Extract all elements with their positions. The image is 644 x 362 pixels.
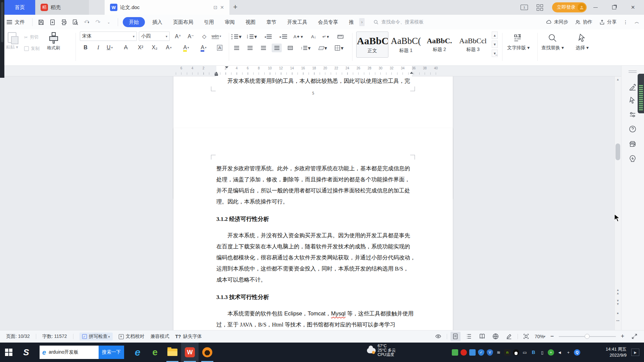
more-menu-icon[interactable]: ⋮ (623, 19, 628, 25)
shield-check-icon[interactable]: ✓ (478, 349, 484, 356)
superscript-button[interactable]: X² (136, 43, 146, 52)
zoom-level[interactable]: 70%▾ (535, 334, 545, 339)
menu-item[interactable]: 引用 (199, 17, 219, 27)
tabs-ruler-icon[interactable] (335, 32, 345, 41)
select-button[interactable]: 选择 ▾ (576, 33, 589, 51)
strikethrough-button[interactable]: A (121, 43, 131, 52)
zoom-in-button[interactable]: + (619, 333, 626, 340)
shield-icon[interactable]: V (487, 349, 493, 356)
save-icon[interactable] (35, 17, 47, 27)
style-card[interactable]: AaBbC( 标题 1 (390, 32, 422, 58)
align-right-icon[interactable] (258, 44, 268, 52)
right-indent-marker[interactable] (410, 72, 413, 74)
window-layout-icon[interactable]: 1 (521, 0, 528, 15)
style-card[interactable]: AaBbC. 标题 2 (423, 32, 455, 58)
underline-button[interactable]: U▾ (105, 43, 115, 52)
menu-item[interactable]: 开发工具 (282, 17, 313, 27)
taskbar-search-box[interactable]: e arduino开发板 搜索一下 (40, 346, 124, 359)
taskbar-clock[interactable]: 14:41 周五 2022/9/9 (606, 343, 627, 362)
find-replace-button[interactable]: 查找替换 ▾ (541, 33, 564, 51)
word-count[interactable]: 字数: 11572 (42, 334, 67, 340)
sort-button[interactable]: A↓ (309, 32, 319, 41)
zoom-out-button[interactable]: − (549, 333, 555, 340)
ie-taskbar-icon[interactable]: e (129, 343, 146, 362)
bluetooth-icon[interactable]: B (530, 349, 537, 356)
tab-monitor-icon[interactable]: ⊡ (214, 5, 218, 10)
nvidia-icon[interactable]: n (504, 349, 511, 356)
print-preview-icon[interactable] (69, 17, 81, 27)
copy-button[interactable]: 复制 (24, 46, 40, 52)
usb-device-icon[interactable] (469, 349, 476, 356)
compat-mode-label[interactable]: 兼容模式 (151, 334, 169, 340)
scroll-more-icon[interactable]: ••• (614, 319, 621, 322)
missing-font-button[interactable]: T?缺失字体 (175, 334, 202, 340)
style-gallery-down-icon[interactable]: ▼ (492, 41, 498, 48)
apps-grid-icon[interactable] (537, 0, 543, 15)
q-app-icon[interactable]: Q (574, 349, 580, 356)
tab-close-icon[interactable]: ✕ (220, 5, 224, 10)
undo-button[interactable]: ↶▾ (81, 17, 92, 27)
battery-icon[interactable] (452, 349, 458, 356)
text-layout-button[interactable]: 文字排版 ▾ (507, 33, 530, 51)
help-icon[interactable] (627, 123, 638, 135)
undo-dropdown-icon[interactable]: ▾ (88, 20, 89, 24)
style-gallery-up-icon[interactable]: ▲ (492, 32, 498, 39)
print-icon[interactable] (58, 17, 69, 27)
cat-tray-icon[interactable] (461, 349, 467, 356)
security-plus-icon[interactable]: + (548, 349, 554, 356)
qq-icon[interactable] (513, 349, 519, 356)
s-app-icon[interactable]: S (17, 343, 35, 362)
asian-layout-button[interactable]: A✦▾ (293, 32, 303, 41)
usb-drive-icon[interactable]: ▯ (539, 349, 545, 356)
restore-button[interactable] (606, 0, 622, 15)
document-area[interactable]: 开发本系统需要用到的工具，本人都比较熟悉，因此可以使用这些工具，完 5 整开发乡… (0, 76, 621, 330)
ink-tool-icon[interactable] (504, 332, 514, 341)
hanging-indent-marker[interactable] (215, 72, 218, 74)
borders-button[interactable]: ▾ (334, 44, 344, 52)
style-card[interactable]: AaBbCcl 标题 3 (457, 32, 489, 58)
collapse-ribbon-icon[interactable]: ︿ (635, 19, 639, 25)
distribute-icon[interactable] (285, 44, 295, 52)
menu-item[interactable]: 审阅 (219, 17, 240, 27)
shading-button[interactable]: ▾ (318, 44, 328, 52)
align-center-icon[interactable] (245, 44, 255, 52)
zoom-slider[interactable] (559, 336, 616, 337)
next-page-icon[interactable]: ▼▼ (614, 299, 621, 306)
font-name-select[interactable]: 宋体▾ (80, 32, 137, 41)
decrease-indent-icon[interactable]: ◂ (263, 32, 273, 41)
browser-360-icon[interactable]: e (146, 343, 164, 362)
new-tab-button[interactable]: + (233, 3, 237, 11)
web-view-icon[interactable] (491, 332, 501, 341)
font-color-button[interactable]: A▾ (199, 43, 209, 52)
quick-brush-icon[interactable] (627, 81, 638, 93)
wps-taskbar-icon[interactable]: W (181, 343, 199, 362)
highlight-color-button[interactable]: A▾ (181, 43, 191, 52)
menu-item[interactable]: 会员专享 (313, 17, 343, 27)
scroll-up-icon[interactable]: ▲ (614, 78, 621, 81)
search-go-button[interactable]: 搜索一下 (99, 346, 124, 359)
eye-protect-icon[interactable] (433, 332, 443, 341)
read-mode-icon[interactable] (477, 332, 487, 341)
collaborate-button[interactable]: 协作 (575, 19, 592, 25)
scrollbar-thumb[interactable] (615, 143, 620, 160)
volume-icon[interactable]: ◄ (556, 349, 563, 356)
redo-button[interactable]: ↷ (92, 17, 104, 27)
page-view-icon[interactable] (450, 332, 461, 341)
italic-button[interactable]: I (93, 43, 103, 52)
network-signal-icon[interactable]: ≋ (495, 349, 502, 356)
align-left-icon[interactable] (231, 44, 241, 52)
share-button[interactable]: 分享 (599, 19, 616, 25)
justify-icon[interactable] (272, 44, 282, 52)
select-browse-object-icon[interactable]: ■ (614, 312, 621, 315)
tab-docer[interactable]: 稻 稻壳 (35, 0, 89, 15)
left-indent-marker[interactable] (215, 74, 218, 76)
menu-item[interactable]: 插入 (147, 17, 168, 27)
settings-sliders-icon[interactable] (627, 109, 638, 120)
cut-button[interactable]: ✂剪切 (24, 34, 39, 40)
paste-button[interactable]: 粘贴 ▾ (6, 32, 18, 50)
show-marks-button[interactable]: ↵▾ (321, 32, 331, 41)
weather-widget[interactable]: 67°C 25°C 多云 CPU温度 (367, 344, 396, 357)
document-page-6[interactable]: 整开发乡政府管理系统。此外，乡政府管理系统在功能上，基本都是完成信息的处理，涵盖… (173, 128, 453, 330)
display-device-icon[interactable]: ▭ (522, 349, 528, 356)
menu-item[interactable]: 页面布局 (168, 17, 199, 27)
